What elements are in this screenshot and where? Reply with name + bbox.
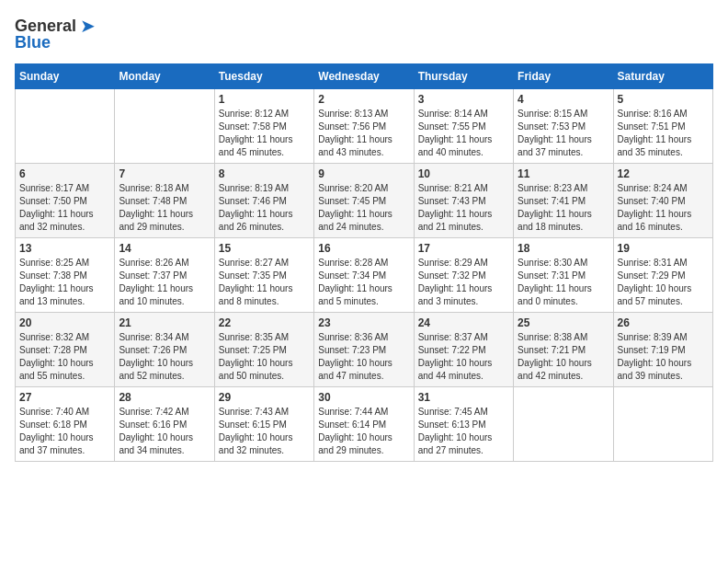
- day-number: 11: [518, 167, 609, 180]
- calendar-day-cell: 4Sunrise: 8:15 AM Sunset: 7:53 PM Daylig…: [514, 89, 613, 164]
- calendar-day-cell: 12Sunrise: 8:24 AM Sunset: 7:40 PM Dayli…: [613, 164, 712, 238]
- calendar-day-cell: 7Sunrise: 8:18 AM Sunset: 7:48 PM Daylig…: [115, 164, 214, 238]
- day-number: 1: [219, 93, 310, 106]
- day-info: Sunrise: 8:14 AM Sunset: 7:55 PM Dayligh…: [418, 108, 509, 159]
- day-info: Sunrise: 8:29 AM Sunset: 7:32 PM Dayligh…: [418, 257, 509, 308]
- calendar-day-cell: 6Sunrise: 8:17 AM Sunset: 7:50 PM Daylig…: [16, 164, 115, 238]
- day-number: 18: [518, 242, 609, 255]
- calendar-day-cell: 2Sunrise: 8:13 AM Sunset: 7:56 PM Daylig…: [314, 89, 414, 164]
- day-number: 10: [418, 167, 509, 180]
- day-info: Sunrise: 7:43 AM Sunset: 6:15 PM Dayligh…: [219, 406, 310, 457]
- day-info: Sunrise: 8:25 AM Sunset: 7:38 PM Dayligh…: [19, 257, 110, 308]
- weekday-header-wednesday: Wednesday: [314, 64, 414, 89]
- day-info: Sunrise: 7:40 AM Sunset: 6:18 PM Dayligh…: [19, 406, 110, 457]
- day-number: 31: [418, 391, 509, 404]
- calendar-table: SundayMondayTuesdayWednesdayThursdayFrid…: [15, 63, 713, 462]
- calendar-day-cell: 15Sunrise: 8:27 AM Sunset: 7:35 PM Dayli…: [214, 238, 313, 313]
- calendar-day-cell: 21Sunrise: 8:34 AM Sunset: 7:26 PM Dayli…: [115, 313, 214, 387]
- calendar-day-cell: 8Sunrise: 8:19 AM Sunset: 7:46 PM Daylig…: [214, 164, 313, 238]
- weekday-header-sunday: Sunday: [16, 64, 115, 89]
- weekday-header-row: SundayMondayTuesdayWednesdayThursdayFrid…: [16, 64, 713, 89]
- calendar-day-cell: 14Sunrise: 8:26 AM Sunset: 7:37 PM Dayli…: [115, 238, 214, 313]
- day-info: Sunrise: 7:45 AM Sunset: 6:13 PM Dayligh…: [418, 406, 509, 457]
- day-info: Sunrise: 8:24 AM Sunset: 7:40 PM Dayligh…: [618, 182, 709, 234]
- calendar-week-row: 1Sunrise: 8:12 AM Sunset: 7:58 PM Daylig…: [16, 89, 713, 164]
- day-info: Sunrise: 8:39 AM Sunset: 7:19 PM Dayligh…: [618, 331, 709, 383]
- calendar-day-cell: 26Sunrise: 8:39 AM Sunset: 7:19 PM Dayli…: [613, 313, 712, 387]
- day-info: Sunrise: 8:31 AM Sunset: 7:29 PM Dayligh…: [618, 257, 709, 308]
- calendar-week-row: 27Sunrise: 7:40 AM Sunset: 6:18 PM Dayli…: [16, 387, 713, 462]
- day-number: 20: [19, 316, 110, 329]
- calendar-week-row: 13Sunrise: 8:25 AM Sunset: 7:38 PM Dayli…: [16, 238, 713, 313]
- logo-blue-text: Blue: [15, 33, 51, 52]
- calendar-day-cell: 19Sunrise: 8:31 AM Sunset: 7:29 PM Dayli…: [613, 238, 712, 313]
- calendar-day-cell: 9Sunrise: 8:20 AM Sunset: 7:45 PM Daylig…: [314, 164, 414, 238]
- day-info: Sunrise: 8:38 AM Sunset: 7:21 PM Dayligh…: [518, 331, 609, 383]
- calendar-day-cell: 30Sunrise: 7:44 AM Sunset: 6:14 PM Dayli…: [314, 387, 414, 462]
- day-number: 5: [618, 93, 709, 106]
- day-number: 2: [318, 93, 409, 106]
- calendar-day-cell: 5Sunrise: 8:16 AM Sunset: 7:51 PM Daylig…: [613, 89, 712, 164]
- day-number: 16: [318, 242, 409, 255]
- calendar-day-cell: 1Sunrise: 8:12 AM Sunset: 7:58 PM Daylig…: [214, 89, 313, 164]
- calendar-day-cell: 3Sunrise: 8:14 AM Sunset: 7:55 PM Daylig…: [414, 89, 513, 164]
- weekday-header-monday: Monday: [115, 64, 214, 89]
- calendar-day-cell: 28Sunrise: 7:42 AM Sunset: 6:16 PM Dayli…: [115, 387, 214, 462]
- day-number: 25: [518, 316, 609, 329]
- day-info: Sunrise: 8:37 AM Sunset: 7:22 PM Dayligh…: [418, 331, 509, 383]
- calendar-day-cell: 16Sunrise: 8:28 AM Sunset: 7:34 PM Dayli…: [314, 238, 414, 313]
- day-number: 26: [618, 316, 709, 329]
- day-number: 17: [418, 242, 509, 255]
- calendar-day-cell: 25Sunrise: 8:38 AM Sunset: 7:21 PM Dayli…: [514, 313, 613, 387]
- day-info: Sunrise: 7:42 AM Sunset: 6:16 PM Dayligh…: [119, 406, 210, 457]
- day-info: Sunrise: 8:16 AM Sunset: 7:51 PM Dayligh…: [618, 108, 709, 159]
- day-info: Sunrise: 8:32 AM Sunset: 7:28 PM Dayligh…: [19, 331, 110, 383]
- day-info: Sunrise: 8:35 AM Sunset: 7:25 PM Dayligh…: [219, 331, 310, 383]
- calendar-day-cell: 20Sunrise: 8:32 AM Sunset: 7:28 PM Dayli…: [16, 313, 115, 387]
- day-info: Sunrise: 8:21 AM Sunset: 7:43 PM Dayligh…: [418, 182, 509, 234]
- day-info: Sunrise: 8:28 AM Sunset: 7:34 PM Dayligh…: [318, 257, 409, 308]
- weekday-header-thursday: Thursday: [414, 64, 513, 89]
- calendar-day-cell: 17Sunrise: 8:29 AM Sunset: 7:32 PM Dayli…: [414, 238, 513, 313]
- day-info: Sunrise: 8:34 AM Sunset: 7:26 PM Dayligh…: [119, 331, 210, 383]
- calendar-day-cell: 27Sunrise: 7:40 AM Sunset: 6:18 PM Dayli…: [16, 387, 115, 462]
- calendar-day-cell: 13Sunrise: 8:25 AM Sunset: 7:38 PM Dayli…: [16, 238, 115, 313]
- day-info: Sunrise: 8:27 AM Sunset: 7:35 PM Dayligh…: [219, 257, 310, 308]
- day-number: 3: [418, 93, 509, 106]
- day-number: 4: [518, 93, 609, 106]
- weekday-header-saturday: Saturday: [613, 64, 712, 89]
- day-number: 22: [219, 316, 310, 329]
- calendar-day-cell: [514, 387, 613, 462]
- day-info: Sunrise: 8:12 AM Sunset: 7:58 PM Dayligh…: [219, 108, 310, 159]
- day-number: 15: [219, 242, 310, 255]
- day-info: Sunrise: 8:13 AM Sunset: 7:56 PM Dayligh…: [318, 108, 409, 159]
- page-header: General ➤ Blue: [15, 15, 713, 52]
- day-number: 29: [219, 391, 310, 404]
- day-number: 19: [618, 242, 709, 255]
- calendar-day-cell: 10Sunrise: 8:21 AM Sunset: 7:43 PM Dayli…: [414, 164, 513, 238]
- day-number: 30: [318, 391, 409, 404]
- day-info: Sunrise: 8:26 AM Sunset: 7:37 PM Dayligh…: [119, 257, 210, 308]
- day-info: Sunrise: 8:18 AM Sunset: 7:48 PM Dayligh…: [119, 182, 210, 234]
- day-number: 28: [119, 391, 210, 404]
- day-number: 24: [418, 316, 509, 329]
- calendar-day-cell: 31Sunrise: 7:45 AM Sunset: 6:13 PM Dayli…: [414, 387, 513, 462]
- day-number: 27: [19, 391, 110, 404]
- day-number: 8: [219, 167, 310, 180]
- day-info: Sunrise: 8:23 AM Sunset: 7:41 PM Dayligh…: [518, 182, 609, 234]
- day-info: Sunrise: 8:15 AM Sunset: 7:53 PM Dayligh…: [518, 108, 609, 159]
- day-info: Sunrise: 8:19 AM Sunset: 7:46 PM Dayligh…: [219, 182, 310, 234]
- weekday-header-friday: Friday: [514, 64, 613, 89]
- logo-bird-icon: ➤: [80, 15, 96, 37]
- calendar-day-cell: 18Sunrise: 8:30 AM Sunset: 7:31 PM Dayli…: [514, 238, 613, 313]
- calendar-day-cell: [115, 89, 214, 164]
- day-number: 14: [119, 242, 210, 255]
- calendar-week-row: 6Sunrise: 8:17 AM Sunset: 7:50 PM Daylig…: [16, 164, 713, 238]
- day-number: 21: [119, 316, 210, 329]
- weekday-header-tuesday: Tuesday: [214, 64, 313, 89]
- day-number: 13: [19, 242, 110, 255]
- calendar-day-cell: 24Sunrise: 8:37 AM Sunset: 7:22 PM Dayli…: [414, 313, 513, 387]
- day-number: 7: [119, 167, 210, 180]
- calendar-day-cell: 22Sunrise: 8:35 AM Sunset: 7:25 PM Dayli…: [214, 313, 313, 387]
- day-number: 9: [318, 167, 409, 180]
